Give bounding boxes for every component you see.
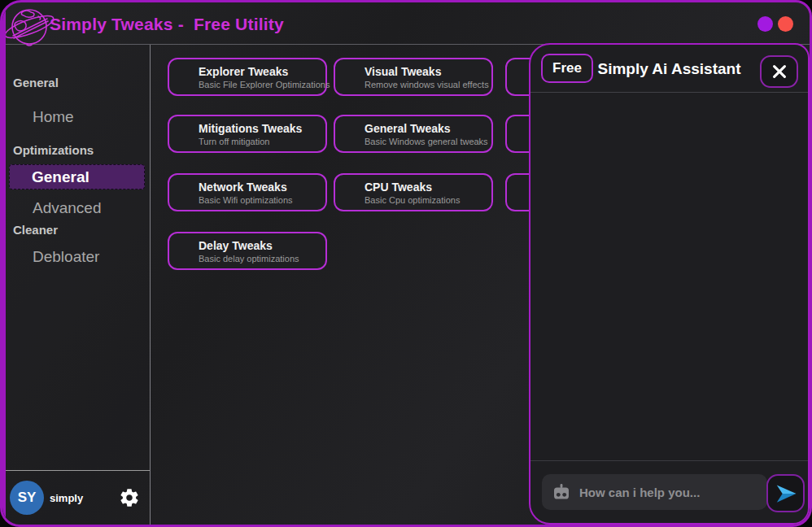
send-message-button[interactable] xyxy=(766,474,805,512)
username-label: simply xyxy=(50,492,83,504)
card-subtitle: Basic delay optimizations xyxy=(199,253,317,264)
minimize-button[interactable] xyxy=(757,16,773,32)
card-title: CPU Tweaks xyxy=(365,181,483,194)
titlebar: Simply Tweaks - Free Utility xyxy=(2,2,810,45)
window-left-border xyxy=(2,2,6,525)
card-title: Explorer Tweaks xyxy=(199,65,317,79)
card-explorer-tweaks[interactable]: Explorer Tweaks Basic File Explorer Opti… xyxy=(168,58,327,96)
sidebar-section-cleaner: Cleaner xyxy=(13,223,58,237)
card-subtitle: Basic Cpu optimizations xyxy=(365,194,483,206)
app-window: Simply Tweaks - Free Utility General Hom… xyxy=(0,0,812,527)
card-title: General Tweaks xyxy=(365,122,483,136)
close-icon xyxy=(771,63,788,81)
gear-icon xyxy=(119,487,140,508)
card-subtitle: Remove windows visual effects xyxy=(365,79,483,90)
sidebar-footer: SY simply xyxy=(2,470,150,525)
card-mitigations-tweaks[interactable]: Mitigations Tweaks Turn off mitigation xyxy=(168,115,327,153)
card-title: Network Tweaks xyxy=(199,181,317,194)
card-title: Visual Tweaks xyxy=(365,65,483,79)
app-title: Simply Tweaks - Free Utility xyxy=(50,2,284,45)
card-delay-tweaks[interactable]: Delay Tweaks Basic delay optimizations xyxy=(168,232,327,270)
window-controls xyxy=(757,2,793,45)
planet-logo-icon xyxy=(2,2,56,50)
sidebar-item-advanced[interactable]: Advanced xyxy=(33,199,102,217)
card-subtitle: Turn off mitigation xyxy=(199,136,317,147)
sidebar-section-optimizations: Optimizations xyxy=(13,143,94,157)
card-general-tweaks[interactable]: General Tweaks Basic Windows general twe… xyxy=(334,115,493,153)
card-visual-tweaks[interactable]: Visual Tweaks Remove windows visual effe… xyxy=(334,58,493,96)
sidebar-item-debloater[interactable]: Debloater xyxy=(33,248,99,266)
card-network-tweaks[interactable]: Network Tweaks Basic Wifi optimizations xyxy=(168,173,327,211)
close-window-button[interactable] xyxy=(778,16,793,32)
ai-panel-header: Free Simply Ai Assistant xyxy=(530,45,808,93)
send-icon xyxy=(774,481,798,506)
card-subtitle: Basic Wifi optimizations xyxy=(199,194,317,206)
card-title: Mitigations Tweaks xyxy=(199,122,317,136)
ai-assistant-panel: Free Simply Ai Assistant xyxy=(529,43,810,525)
sidebar-section-general: General xyxy=(13,76,59,89)
chat-input-container xyxy=(542,474,767,510)
sidebar-item-general[interactable]: General xyxy=(9,164,145,189)
sidebar-item-home[interactable]: Home xyxy=(33,108,74,126)
avatar: SY xyxy=(10,481,44,515)
card-subtitle: Basic Windows general tweaks xyxy=(365,136,483,147)
chat-input-bar xyxy=(530,460,808,523)
card-cpu-tweaks[interactable]: CPU Tweaks Basic Cpu optimizations xyxy=(334,173,493,211)
sidebar: General Home Optimizations General Advan… xyxy=(2,45,151,525)
card-subtitle: Basic File Explorer Optimizations xyxy=(199,79,317,90)
settings-button[interactable] xyxy=(119,487,140,508)
card-title: Delay Tweaks xyxy=(199,239,317,253)
close-assistant-button[interactable] xyxy=(760,55,798,88)
chat-messages-area xyxy=(530,94,808,460)
chat-input[interactable] xyxy=(542,474,767,510)
